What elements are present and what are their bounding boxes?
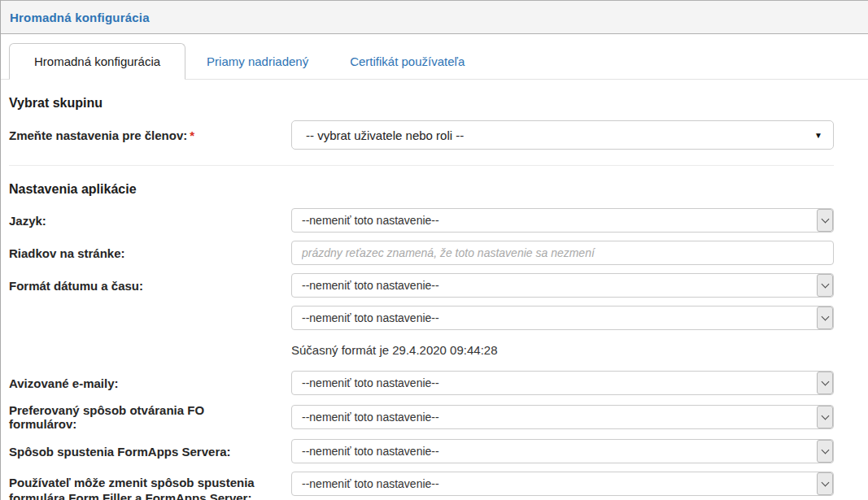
notified-emails-select[interactable]: --nemeniť toto nastavenie-- xyxy=(291,371,834,395)
tab-bulk-configuration[interactable]: Hromadná konfigurácia xyxy=(9,43,185,80)
formapps-launch-label: Spôsob spustenia FormApps Servera: xyxy=(9,445,291,459)
chevron-down-icon xyxy=(817,274,833,297)
members-field-row: Zmeňte nastavenia pre členov:* -- vybrat… xyxy=(9,120,834,150)
user-can-change-launch-select-value: --nemeniť toto nastavenie-- xyxy=(292,477,439,490)
formapps-launch-select-value: --nemeniť toto nastavenie-- xyxy=(292,445,439,458)
fo-forms-opening-controls: --nemeniť toto nastavenie-- xyxy=(291,405,834,429)
rows-per-page-label: Riadkov na stránke: xyxy=(9,246,291,260)
user-can-change-launch-row: Používateľ môže zmenit spôsob spustenia … xyxy=(9,472,834,500)
members-dropdown-value: -- vybrat uživatele nebo roli -- xyxy=(306,128,464,142)
tab-bar: Hromadná konfigurácia Priamy nadriadený … xyxy=(1,43,868,80)
members-field-controls: -- vybrat uživatele nebo roli -- ▼ xyxy=(291,120,834,150)
chevron-down-icon xyxy=(817,307,833,329)
notified-emails-select-value: --nemeniť toto nastavenie-- xyxy=(292,376,439,389)
user-can-change-launch-controls: --nemeniť toto nastavenie-- xyxy=(291,472,834,496)
fo-forms-opening-label: Preferovaný spôsob otvárania FO formulár… xyxy=(9,403,291,431)
date-format-row: Formát dátumu a času: --nemeniť toto nas… xyxy=(9,273,834,298)
chevron-down-icon xyxy=(817,372,833,394)
section-heading-select-group: Vybrat skupinu xyxy=(9,96,834,111)
date-format-select[interactable]: --nemeniť toto nastavenie-- xyxy=(291,273,834,298)
fo-forms-opening-select-value: --nemeniť toto nastavenie-- xyxy=(292,411,439,424)
rows-per-page-input[interactable] xyxy=(291,241,834,265)
user-can-change-launch-label: Používateľ môže zmenit spôsob spustenia … xyxy=(9,472,291,500)
members-field-label: Zmeňte nastavenia pre členov:* xyxy=(9,128,291,142)
rows-per-page-controls xyxy=(291,241,834,265)
rows-per-page-row: Riadkov na stránke: xyxy=(9,241,834,265)
members-field-label-text: Zmeňte nastavenia pre členov: xyxy=(9,128,187,142)
chevron-down-icon xyxy=(817,472,833,495)
language-select-value: --nemeniť toto nastavenie-- xyxy=(292,214,439,227)
notified-emails-label: Avizované e-maily: xyxy=(9,376,291,390)
current-format-note: Súčasný formát je 29.4.2020 09:44:28 xyxy=(291,343,498,357)
page-title: Hromadná konfigurácia xyxy=(10,11,150,24)
members-dropdown[interactable]: -- vybrat uživatele nebo roli -- ▼ xyxy=(291,120,834,150)
language-row: Jazyk: --nemeniť toto nastavenie-- xyxy=(9,208,834,233)
fo-forms-opening-row: Preferovaný spôsob otvárania FO formulár… xyxy=(9,403,834,431)
notified-emails-controls: --nemeniť toto nastavenie-- xyxy=(291,371,834,395)
time-format-select-value: --nemeniť toto nastavenie-- xyxy=(292,311,439,324)
chevron-down-icon xyxy=(817,406,833,428)
fo-forms-opening-select[interactable]: --nemeniť toto nastavenie-- xyxy=(291,405,834,429)
date-format-controls: --nemeniť toto nastavenie-- xyxy=(291,273,834,298)
current-format-controls: Súčasný formát je 29.4.2020 09:44:28 xyxy=(291,343,834,358)
notified-emails-row: Avizované e-maily: --nemeniť toto nastav… xyxy=(9,371,834,395)
chevron-down-icon xyxy=(817,209,833,232)
formapps-launch-controls: --nemeniť toto nastavenie-- xyxy=(291,439,834,463)
bulk-configuration-page: Hromadná konfigurácia Hromadná konfigurá… xyxy=(0,0,868,500)
time-format-controls: --nemeniť toto nastavenie-- xyxy=(291,306,834,330)
date-format-label: Formát dátumu a času: xyxy=(9,279,291,293)
tab-user-certificate[interactable]: Certifikát používateľa xyxy=(329,44,485,79)
date-format-select-value: --nemeniť toto nastavenie-- xyxy=(292,279,439,292)
tab-content: Vybrat skupinu Zmeňte nastavenia pre čle… xyxy=(1,96,868,500)
section-divider xyxy=(9,165,834,166)
tab-direct-superior[interactable]: Priamy nadriadený xyxy=(186,44,329,79)
section-heading-app-settings: Nastavenia aplikácie xyxy=(9,182,834,197)
formapps-launch-row: Spôsob spustenia FormApps Servera: --nem… xyxy=(9,439,834,463)
caret-down-icon: ▼ xyxy=(814,131,822,140)
language-label: Jazyk: xyxy=(9,214,291,228)
chevron-down-icon xyxy=(817,440,833,463)
formapps-launch-select[interactable]: --nemeniť toto nastavenie-- xyxy=(291,439,834,463)
page-header: Hromadná konfigurácia xyxy=(1,0,868,34)
required-asterisk: * xyxy=(190,128,194,142)
current-format-row: Súčasný formát je 29.4.2020 09:44:28 xyxy=(9,338,834,363)
language-controls: --nemeniť toto nastavenie-- xyxy=(291,208,834,233)
time-format-row: --nemeniť toto nastavenie-- xyxy=(9,306,834,330)
user-can-change-launch-select[interactable]: --nemeniť toto nastavenie-- xyxy=(291,472,834,496)
language-select[interactable]: --nemeniť toto nastavenie-- xyxy=(291,208,834,233)
time-format-select[interactable]: --nemeniť toto nastavenie-- xyxy=(291,306,834,330)
